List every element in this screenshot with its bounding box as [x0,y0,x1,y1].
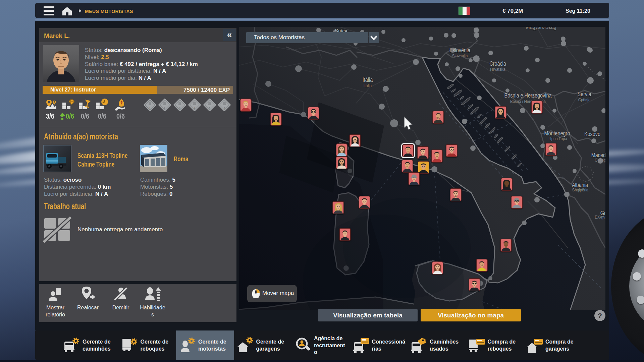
svg-text:3: 3 [179,107,180,109]
svg-text:2: 2 [164,107,165,109]
svg-text:5: 5 [209,107,210,109]
svg-text:1: 1 [149,107,151,109]
svg-text:6: 6 [224,107,225,109]
svg-text:4: 4 [194,107,195,109]
